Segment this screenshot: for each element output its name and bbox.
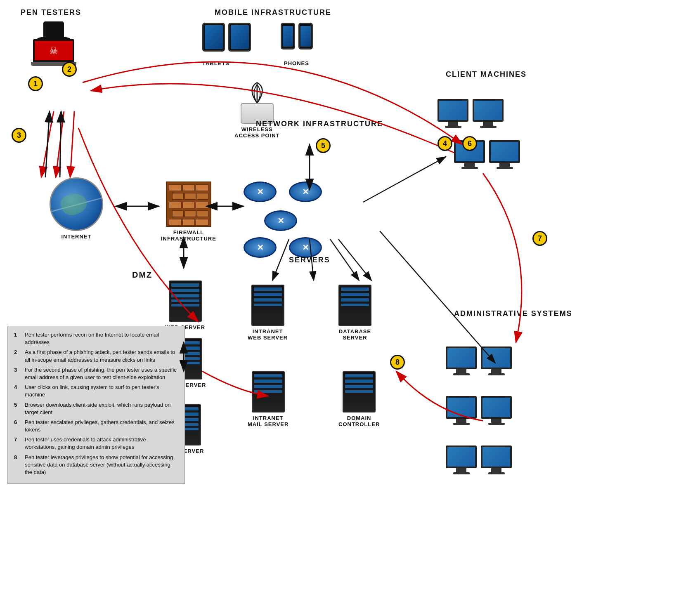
web-server-group: WEB SERVER — [165, 280, 205, 330]
admin-monitors-row2 — [446, 396, 512, 425]
router-1 — [244, 182, 277, 202]
globe-icon — [50, 177, 103, 231]
database-group: DATABASE SERVER — [338, 285, 371, 341]
internet-icon: INTERNET — [50, 177, 103, 240]
tablet-icon-1 — [202, 23, 225, 52]
admin-monitor-1 — [446, 346, 477, 375]
wireless-ap-group: WIRELESS ACCESS POINT — [234, 80, 280, 139]
legend-item-7: 7 Pen tester uses credentials to attack … — [14, 436, 178, 451]
svg-line-14 — [380, 231, 495, 363]
phones-group — [281, 23, 313, 50]
badge-4: 4 — [438, 136, 452, 151]
svg-line-11 — [338, 239, 371, 280]
legend-item-3: 3 For the second phase of phishing, the … — [14, 366, 178, 381]
phone-icon-1 — [281, 23, 295, 50]
badge-2: 2 — [62, 62, 77, 77]
legend-num-8: 8 — [14, 454, 22, 476]
phones-label: PHONES — [284, 60, 309, 66]
admin-monitor-6 — [481, 446, 512, 474]
wifi-signal-svg — [241, 80, 274, 105]
database-label: DATABASE SERVER — [339, 328, 371, 341]
firewall-group: FIREWALL INFRASTRUCTURE — [161, 182, 216, 242]
intranet-mail-group: INTRANET MAIL SERVER — [248, 371, 289, 427]
tablets-group — [202, 23, 251, 52]
domain-controller-label: DOMAIN CONTROLLER — [338, 415, 380, 427]
tablets-label: TABLETS — [202, 60, 229, 66]
pen-testers-label: PEN TESTERS — [21, 8, 81, 17]
legend-num-1: 1 — [14, 331, 22, 346]
legend-text-1: Pen tester performs recon on the Interne… — [25, 331, 178, 346]
intranet-web-icon — [251, 285, 284, 326]
legend-num-4: 4 — [14, 384, 22, 398]
legend-text-2: As a first phase of a phishing attack, p… — [25, 349, 178, 363]
intranet-mail-icon — [252, 371, 285, 412]
phone-icon-2 — [298, 23, 313, 50]
admin-monitors-row1 — [446, 346, 512, 375]
legend-num-2: 2 — [14, 349, 22, 363]
monitor-4 — [489, 140, 520, 169]
web-server-icon — [169, 280, 202, 322]
firewall-icon — [166, 182, 211, 227]
intranet-mail-label: INTRANET MAIL SERVER — [248, 415, 289, 427]
router-4 — [244, 237, 277, 258]
svg-line-19 — [60, 111, 61, 177]
router-2 — [289, 182, 322, 202]
admin-monitor-3 — [446, 396, 477, 425]
admin-monitor-4 — [481, 396, 512, 425]
badge-5: 5 — [316, 138, 331, 153]
admin-monitors-row3 — [446, 446, 512, 474]
legend-num-5: 5 — [14, 401, 22, 416]
svg-line-16 — [56, 111, 64, 177]
legend-item-1: 1 Pen tester performs recon on the Inter… — [14, 331, 178, 346]
legend-num-7: 7 — [14, 436, 22, 451]
legend-box: 1 Pen tester performs recon on the Inter… — [7, 326, 185, 484]
badge-1: 1 — [28, 76, 43, 91]
monitor-1 — [438, 99, 468, 128]
svg-line-12 — [363, 157, 446, 202]
legend-item-4: 4 User clicks on link, causing system to… — [14, 384, 178, 398]
legend-item-2: 2 As a first phase of a phishing attack,… — [14, 349, 178, 363]
badge-8: 8 — [390, 355, 405, 370]
internet-label: INTERNET — [61, 233, 92, 240]
domain-controller-icon — [343, 371, 376, 412]
svg-line-10 — [330, 239, 359, 280]
hat-icon — [37, 21, 70, 41]
client-machines-label: CLIENT MACHINES — [446, 70, 527, 79]
admin-systems-label: ADMINISTRATIVE SYSTEMS — [454, 309, 572, 318]
dmz-label: DMZ — [132, 270, 152, 280]
legend-text-4: User clicks on link, causing system to s… — [25, 384, 178, 398]
legend-text-3: For the second phase of phishing, the pe… — [25, 366, 178, 381]
domain-controller-group: DOMAIN CONTROLLER — [338, 371, 380, 427]
diagram-container: PEN TESTERS ☠ 1 2 3 INTERNET MOBILE INFR… — [0, 0, 700, 594]
database-icon — [338, 285, 371, 326]
legend-item-5: 5 Browser downloads client-side exploit,… — [14, 401, 178, 416]
intranet-web-group: INTRANET WEB SERVER — [248, 285, 288, 341]
badge-3: 3 — [12, 128, 26, 143]
router-5 — [289, 237, 322, 258]
legend-text-8: Pen tester leverages privileges to show … — [25, 454, 178, 476]
pen-tester-icon: ☠ — [33, 21, 74, 68]
monitor-2 — [473, 99, 504, 128]
admin-monitor-2 — [481, 346, 512, 375]
legend-text-5: Browser downloads client-side exploit, w… — [25, 401, 178, 416]
legend-num-6: 6 — [14, 419, 22, 434]
firewall-label: FIREWALL INFRASTRUCTURE — [161, 229, 216, 242]
servers-label: SERVERS — [289, 256, 330, 264]
legend-item-6: 6 Pen tester escalates privileges, gathe… — [14, 419, 178, 434]
svg-line-18 — [45, 111, 50, 177]
mobile-infra-label: MOBILE INFRASTRUCTURE — [215, 8, 331, 17]
tablet-icon-2 — [228, 23, 251, 52]
laptop-screen: ☠ — [33, 39, 74, 62]
intranet-web-label: INTRANET WEB SERVER — [248, 328, 288, 341]
legend-text-7: Pen tester uses credentials to attack ad… — [25, 436, 178, 451]
router-3 — [264, 210, 297, 231]
client-monitors-row1 — [438, 99, 504, 128]
admin-monitor-5 — [446, 446, 477, 474]
svg-line-15 — [41, 111, 54, 177]
legend-text-6: Pen tester escalates privileges, gathers… — [25, 419, 178, 434]
network-infra-label: NETWORK INFRASTRUCTURE — [256, 120, 383, 128]
legend-num-3: 3 — [14, 366, 22, 381]
badge-7: 7 — [532, 231, 547, 246]
badge-6: 6 — [462, 136, 477, 151]
svg-line-17 — [70, 111, 74, 177]
